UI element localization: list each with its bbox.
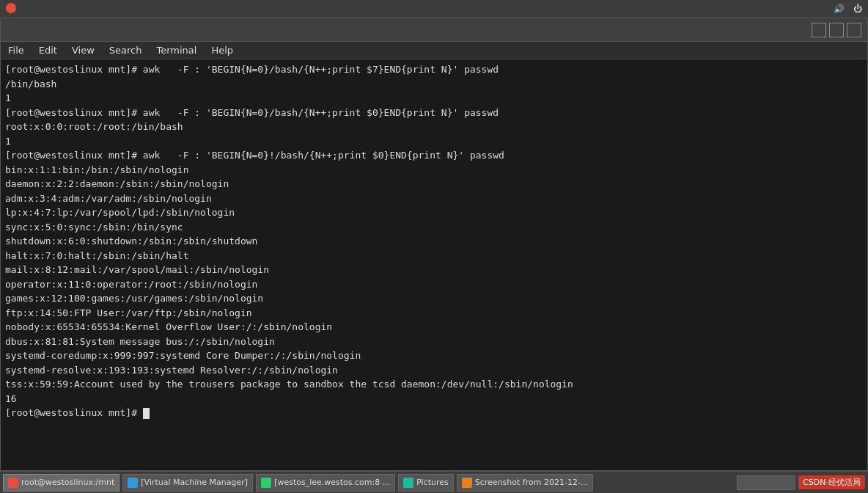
taskbar-item[interactable]: [Virtual Machine Manager] (122, 474, 253, 492)
taskbar-item[interactable]: Pictures (398, 474, 454, 492)
taskbar-item-icon (403, 478, 413, 488)
minimize-button[interactable] (812, 23, 826, 37)
taskbar-item[interactable]: root@westoslinux:/mnt (3, 474, 119, 492)
cursor (143, 408, 150, 419)
taskbar-item-label: Pictures (416, 478, 449, 487)
menu-view[interactable]: View (67, 43, 99, 57)
taskbar-item-icon (128, 478, 138, 488)
system-bar-right: 🔊 ⏻ (816, 4, 862, 14)
taskbar-item-icon (8, 478, 18, 488)
taskbar-item[interactable]: Screenshot from 2021-12-... (457, 474, 594, 492)
app-icon (6, 3, 16, 13)
terminal-titlebar (1, 18, 867, 42)
close-button[interactable] (847, 23, 861, 37)
menu-file[interactable]: File (4, 43, 29, 57)
menu-search[interactable]: Search (105, 43, 147, 57)
system-bar-left (6, 3, 54, 15)
power-icon[interactable]: ⏻ (853, 4, 862, 14)
taskbar-item[interactable]: [westos_lee.westos.com:8 ... (256, 474, 395, 492)
system-bar: 🔊 ⏻ (0, 0, 868, 18)
volume-icon[interactable]: 🔊 (834, 4, 845, 14)
taskbar-item-label: [westos_lee.westos.com:8 ... (274, 478, 390, 487)
terminal-menubar: File Edit View Search Terminal Help (1, 42, 867, 59)
menu-help[interactable]: Help (207, 43, 238, 57)
taskbar-item-label: [Virtual Machine Manager] (141, 478, 248, 487)
taskbar-item-icon (462, 478, 472, 488)
window-controls (812, 23, 861, 37)
terminal-content[interactable]: [root@westoslinux mnt]# awk -F : 'BEGIN{… (1, 59, 867, 470)
menu-edit[interactable]: Edit (34, 43, 62, 57)
menu-terminal[interactable]: Terminal (152, 43, 201, 57)
app-indicator (6, 3, 19, 15)
taskbar-item-label: Screenshot from 2021-12-... (475, 478, 589, 487)
taskbar-item-icon (261, 478, 271, 488)
taskbar: root@westoslinux:/mnt[Virtual Machine Ma… (0, 471, 868, 493)
csdn-badge: CSDN·经优活局 (798, 475, 865, 489)
taskbar-item-label: root@westoslinux:/mnt (21, 478, 114, 487)
taskbar-search[interactable] (737, 475, 795, 490)
maximize-button[interactable] (829, 23, 844, 37)
terminal-window: File Edit View Search Terminal Help [roo… (0, 18, 868, 471)
